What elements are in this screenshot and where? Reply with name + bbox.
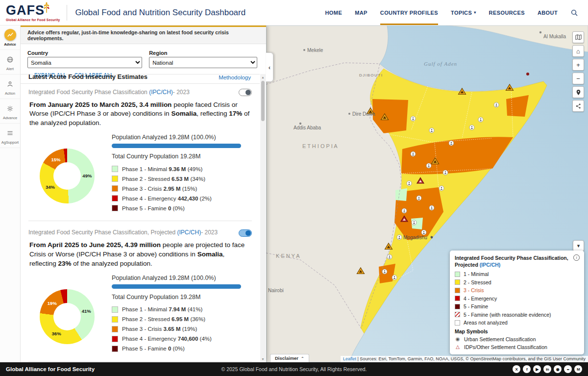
chart-line-icon — [4, 29, 16, 41]
panel-collapse-button[interactable]: ‹ — [266, 52, 273, 82]
chart-block-current: 49%34%15% Population Analyzed 19.28M (10… — [28, 129, 252, 217]
nav-item-resources[interactable]: RESOURCES — [489, 0, 525, 25]
app-header: GAFS Global Alliance for Food Security G… — [0, 0, 588, 25]
rail-item-action[interactable]: Action — [0, 75, 20, 99]
footer-org-name: Global Alliance for Food Security — [6, 366, 95, 372]
nav-item-about[interactable]: ABOUT — [538, 0, 558, 25]
phase-label: Phase 2 - Stressed 6.95 M (36%) — [122, 316, 205, 322]
rail-item-alert[interactable]: Alert — [0, 50, 20, 75]
phase-swatch — [112, 166, 118, 172]
ipc-ch-link[interactable]: (IPC/CH) — [480, 262, 501, 268]
map-container[interactable]: Mekele Al Mukalla Gulf of Aden DJIBOUTI … — [266, 25, 588, 362]
phase-label: Phase 3 - Crisis 3.65 M (19%) — [122, 326, 197, 332]
label-mekele: Mekele — [307, 48, 323, 53]
estimates-title: Latest Acute Food Insecurity Estimates — [28, 74, 147, 80]
linkedin-icon[interactable]: in — [543, 365, 551, 373]
panel-scrollbar[interactable]: ▲ ▼ — [260, 74, 266, 362]
app-footer: Global Alliance for Food Security © 2025… — [0, 362, 588, 376]
rail-item-agsupport[interactable]: AgSupport — [0, 124, 20, 148]
map-controls: ⌂ + − — [572, 31, 584, 112]
nav-item-map[interactable]: MAP — [355, 0, 368, 25]
phase-legend-row: Phase 5 - Famine 0 (0%) — [112, 346, 241, 352]
info-icon[interactable]: i — [573, 254, 580, 261]
zoom-out-button[interactable]: − — [572, 73, 584, 84]
narrative-current: From January 2025 to March 2025, 3.4 mil… — [29, 100, 251, 128]
phase-label: Phase 2 - Stressed 6.53 M (34%) — [122, 176, 205, 182]
page-title: Global Food and Nutrition Security Dashb… — [75, 8, 245, 18]
nav-item-home[interactable]: HOME — [325, 0, 343, 25]
idp-settlement-icon: △ — [455, 345, 461, 350]
legend-swatch — [455, 312, 460, 317]
phase-swatch — [112, 326, 118, 332]
legend-items: 1 - Minimal 2 - Stressed 3 - Crisis 4 - … — [455, 271, 579, 326]
legend-swatch — [455, 272, 460, 277]
phase-legend-projected: Phase 1 - Minimal 7.94 M (41%) Phase 2 -… — [112, 306, 241, 352]
sun-icon — [4, 102, 16, 114]
leaflet-link[interactable]: Leaflet — [343, 356, 356, 361]
symbol-row-urban: ◉ Urban Settlement Classification — [455, 336, 579, 342]
population-progress-bar — [112, 144, 241, 148]
locate-button[interactable] — [572, 86, 584, 98]
disclaimer-tab[interactable]: Disclaimer⌃ — [270, 354, 309, 362]
footer-social-icons: X f ▶ in ◉ •• M — [513, 365, 582, 373]
phase-legend-current: Phase 1 - Minimal 9.36 M (49%) Phase 2 -… — [112, 166, 241, 211]
toggle-knob — [245, 90, 251, 95]
map-legend: Integrated Food Security Phase Classific… — [450, 251, 584, 354]
ipc-ch-link[interactable]: (IPC/CH) — [149, 89, 173, 96]
search-icon[interactable] — [570, 9, 578, 17]
nav-item-topics[interactable]: TOPICS▾ — [451, 0, 476, 25]
instagram-icon[interactable]: ◉ — [554, 365, 562, 373]
divider — [28, 361, 252, 362]
advice-notice: Advice offers regular, just-in-time know… — [21, 27, 266, 44]
legend-collapse-button[interactable]: ▾ — [573, 240, 584, 251]
medium-icon[interactable]: M — [574, 365, 582, 373]
chevron-down-icon: ▾ — [577, 243, 580, 249]
methodology-link[interactable]: Methodology — [219, 75, 251, 80]
ipc-ch-link[interactable]: (IPC/CH) — [177, 229, 201, 236]
estimates-header-row[interactable]: Latest Acute Food Insecurity Estimates M… — [21, 74, 260, 84]
legend-swatch — [455, 304, 460, 309]
narrative-projected: From April 2025 to June 2025, 4.39 milli… — [29, 241, 251, 269]
label-addis-ababa: Addis Ababa — [294, 125, 321, 130]
phase-legend-row: Phase 3 - Crisis 2.95 M (15%) — [112, 185, 241, 192]
facebook-icon[interactable]: f — [523, 365, 531, 373]
legend-row: 5 - Famine (with reasonable evidence) — [455, 312, 579, 318]
phase-swatch — [112, 195, 118, 201]
gafs-logo[interactable]: GAFS Global Alliance for Food Security — [0, 2, 65, 23]
x-twitter-icon[interactable]: X — [513, 365, 520, 373]
chevron-left-icon: ‹ — [269, 64, 270, 71]
legend-row: 4 - Emergency — [455, 296, 579, 301]
rail-item-advance[interactable]: Advance — [0, 99, 20, 124]
home-button[interactable]: ⌂ — [572, 45, 584, 57]
advice-panel: Advice offers regular, just-in-time know… — [21, 25, 266, 362]
flickr-icon[interactable]: •• — [564, 365, 572, 373]
map-layer-toggle[interactable] — [239, 89, 252, 96]
total-population: Total Country Population 19.28M — [112, 153, 241, 160]
phase-swatch — [112, 185, 118, 192]
legend-label: 2 - Stressed — [464, 279, 491, 285]
main-nav: HOME MAP COUNTRY PROFILES TOPICS▾ RESOUR… — [325, 0, 588, 25]
scroll-up-arrow-icon[interactable]: ▲ — [260, 74, 266, 80]
phase-swatch — [112, 346, 118, 352]
plus-icon: + — [576, 61, 580, 69]
module-rail: Advice Alert Action Advance AgSupport — [0, 25, 21, 362]
map-symbols-title: Map Symbols — [455, 328, 579, 334]
rail-item-advice[interactable]: Advice — [0, 25, 20, 50]
map-layer-toggle[interactable] — [239, 229, 252, 237]
phase-label: Phase 5 - Famine 0 (0%) — [122, 205, 185, 211]
country-select[interactable]: Somalia — [27, 57, 142, 68]
label-kenya: K E N Y A — [276, 253, 300, 259]
region-select[interactable]: National — [149, 57, 257, 68]
zoom-in-button[interactable]: + — [572, 59, 584, 71]
share-button[interactable] — [572, 100, 584, 112]
youtube-icon[interactable]: ▶ — [533, 365, 541, 373]
phase-legend-row: Phase 4 - Emergency 442,430 (2%) — [112, 195, 241, 201]
scrollbar-thumb[interactable] — [261, 81, 265, 121]
label-gulf-of-aden: Gulf of Aden — [424, 61, 457, 67]
person-icon — [4, 78, 16, 90]
country-label: Country — [27, 50, 48, 56]
basemap-button[interactable] — [572, 31, 584, 43]
scroll-down-arrow-icon[interactable]: ▼ — [260, 356, 266, 362]
nav-item-country-profiles[interactable]: COUNTRY PROFILES — [380, 0, 438, 25]
legend-label: 3 - Crisis — [464, 287, 484, 293]
